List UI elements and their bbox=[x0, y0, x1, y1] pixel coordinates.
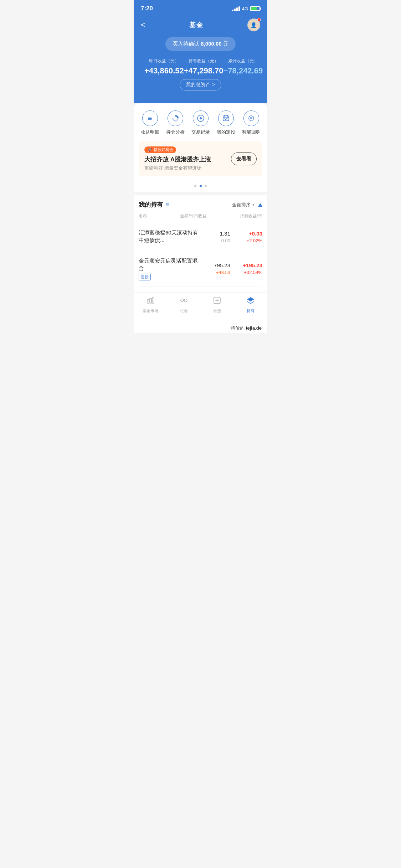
nav-label-opportunity: 机会 bbox=[180, 308, 188, 314]
svg-point-9 bbox=[184, 299, 187, 302]
quick-label-fixed-investment: 我的定投 bbox=[217, 129, 235, 135]
quick-menu: ≡ 收益明细 持仓分析 交易记录 bbox=[134, 110, 267, 141]
stat-holding-value: +47,298.70 bbox=[184, 66, 223, 76]
quick-label-position-analysis: 持仓分析 bbox=[166, 129, 185, 135]
battery-fill bbox=[251, 7, 257, 10]
holdings-title: 我的持有 bbox=[139, 201, 163, 209]
col-amount: 金额/昨日收益 bbox=[180, 213, 207, 219]
header-nav: < 基金 👤 bbox=[141, 19, 260, 31]
promo-dot-3 bbox=[205, 185, 207, 187]
fixed-investment-icon bbox=[218, 110, 234, 126]
fund-2-name: 金元顺安元启灵活配置混合 bbox=[139, 257, 202, 272]
status-bar: 7:20 4G bbox=[134, 0, 267, 15]
pending-banner-wrap: 买入待确认 8,000.00 元 bbox=[141, 37, 260, 58]
table-headers: 名称 金额/昨日收益 持有收益/率 bbox=[139, 213, 262, 223]
fund-2-amount: 795.23 bbox=[202, 262, 230, 268]
sort-label: 金额排序 bbox=[232, 202, 251, 208]
holdings-nav-icon bbox=[246, 296, 255, 307]
page-title: 基金 bbox=[189, 21, 204, 29]
back-button[interactable]: < bbox=[141, 20, 145, 30]
signal-icon bbox=[232, 6, 240, 11]
holdings-header: 我的持有 ≡ 金额排序 ▼ bbox=[139, 201, 262, 209]
quick-item-profit-detail[interactable]: ≡ 收益明细 bbox=[141, 110, 159, 135]
svg-text:¥: ¥ bbox=[250, 117, 252, 120]
fund-1-values: 1.31 0.00 bbox=[202, 231, 230, 243]
pending-label: 买入待确认 bbox=[173, 41, 199, 47]
total-assets-button[interactable]: 我的总资产 > bbox=[180, 79, 221, 91]
promo-content: 🚀 指数好机会 大招齐放 A股港股齐上涨 重磅利好 增量资金有望进场 bbox=[144, 146, 231, 171]
holdings-list-icon[interactable]: ≡ bbox=[166, 202, 169, 208]
notification-dot bbox=[257, 18, 261, 21]
profit-detail-icon: ≡ bbox=[142, 110, 158, 126]
fund-2-tag: 定投 bbox=[139, 274, 151, 280]
card-section: ≡ 收益明细 持仓分析 交易记录 bbox=[134, 103, 267, 192]
promo-banner[interactable]: 🚀 指数好机会 大招齐放 A股港股齐上涨 重磅利好 增量资金有望进场 去看看 bbox=[139, 141, 262, 176]
fund-2-returns: +195.23 +32.54% bbox=[230, 262, 262, 275]
svg-point-2 bbox=[200, 117, 202, 119]
watermark: 特价的 tejia.de bbox=[134, 322, 267, 333]
network-type: 4G bbox=[242, 6, 248, 11]
fund-1-holding-return: +0.03 bbox=[230, 231, 262, 237]
quick-item-fixed-investment[interactable]: 我的定投 bbox=[217, 110, 235, 135]
promo-title: 大招齐放 A股港股齐上涨 bbox=[144, 155, 231, 164]
quick-label-smart-buyback: 智能回购 bbox=[242, 129, 261, 135]
promo-tag: 🚀 指数好机会 bbox=[144, 146, 176, 153]
promo-dot-1 bbox=[194, 185, 196, 187]
fund-market-icon bbox=[146, 296, 155, 307]
col-returns: 持有收益/率 bbox=[240, 213, 262, 219]
fund-item-1[interactable]: 汇添富稳福60天滚动持有中短债债... 1.31 0.00 +0.03 +2.0… bbox=[139, 223, 262, 251]
promo-tag-text: 指数好机会 bbox=[154, 147, 173, 153]
stats-row: 昨日收益（元） +43,860.52 持有收益（元） +47,298.70 累计… bbox=[141, 58, 260, 79]
svg-point-0 bbox=[174, 117, 177, 120]
total-assets-label: 我的总资产 > bbox=[186, 82, 215, 88]
pending-amount: 8,000.00 bbox=[201, 41, 221, 47]
stat-yesterday-value: +43,860.52 bbox=[144, 66, 184, 76]
pending-unit: 元 bbox=[223, 41, 228, 47]
nav-opportunity[interactable]: 机会 bbox=[167, 296, 201, 314]
nav-watchlist[interactable]: 自选 bbox=[201, 296, 234, 314]
quick-item-position-analysis[interactable]: 持仓分析 bbox=[166, 110, 185, 135]
watermark-domain: tejia.de bbox=[246, 325, 262, 331]
promo-button[interactable]: 去看看 bbox=[231, 153, 257, 165]
fund-2-holding-rate: +32.54% bbox=[230, 270, 262, 275]
promo-dot-2 bbox=[200, 185, 202, 187]
fund-1-info: 汇添富稳福60天滚动持有中短债债... bbox=[139, 229, 202, 245]
svg-rect-6 bbox=[150, 298, 151, 303]
svg-point-8 bbox=[181, 299, 184, 302]
stat-cumulative-value: −78,242.69 bbox=[223, 66, 263, 76]
nav-holdings[interactable]: 持有 bbox=[234, 296, 267, 314]
header: < 基金 👤 买入待确认 8,000.00 元 昨日收益（元） +43,860.… bbox=[134, 15, 267, 103]
quick-item-transaction[interactable]: 交易记录 bbox=[191, 110, 210, 135]
stat-yesterday-label: 昨日收益（元） bbox=[144, 58, 184, 64]
nav-label-fund-market: 基金市场 bbox=[143, 308, 158, 314]
svg-rect-5 bbox=[147, 300, 149, 303]
status-time: 7:20 bbox=[141, 5, 153, 12]
sort-up-icon[interactable] bbox=[258, 203, 262, 207]
avatar-wrap[interactable]: 👤 bbox=[247, 19, 260, 31]
fund-2-info: 金元顺安元启灵活配置混合 定投 bbox=[139, 257, 202, 280]
fund-2-holding-return: +195.23 bbox=[230, 262, 262, 268]
svg-rect-7 bbox=[152, 297, 154, 303]
col-name: 名称 bbox=[139, 213, 147, 219]
quick-label-transaction: 交易记录 bbox=[191, 129, 210, 135]
battery-icon bbox=[250, 6, 260, 11]
fund-1-name: 汇添富稳福60天滚动持有中短债债... bbox=[139, 229, 202, 244]
promo-subtitle: 重磅利好 增量资金有望进场 bbox=[144, 165, 231, 171]
svg-rect-3 bbox=[223, 116, 229, 121]
fund-item-2[interactable]: 金元顺安元启灵活配置混合 定投 795.23 +48.53 +195.23 +3… bbox=[139, 251, 262, 286]
stat-holding-label: 持有收益（元） bbox=[184, 58, 223, 64]
nav-fund-market[interactable]: 基金市场 bbox=[134, 296, 167, 314]
quick-item-smart-buyback[interactable]: ¥ 智能回购 bbox=[242, 110, 261, 135]
quick-label-profit-detail: 收益明细 bbox=[141, 129, 159, 135]
status-icons: 4G bbox=[232, 6, 260, 11]
watermark-prefix: 特价的 bbox=[231, 325, 245, 331]
sort-button[interactable]: 金额排序 ▼ bbox=[232, 202, 255, 208]
transaction-icon bbox=[193, 110, 209, 126]
promo-dots bbox=[134, 182, 267, 188]
bottom-nav: 基金市场 机会 自选 持有 bbox=[134, 292, 267, 322]
nav-label-holdings: 持有 bbox=[247, 308, 255, 314]
watchlist-icon bbox=[213, 296, 221, 307]
lightning-icon: 🚀 bbox=[147, 148, 152, 152]
fund-2-yesterday-gain: +48.53 bbox=[202, 270, 230, 275]
stat-cumulative-label: 累计收益（元） bbox=[223, 58, 263, 64]
